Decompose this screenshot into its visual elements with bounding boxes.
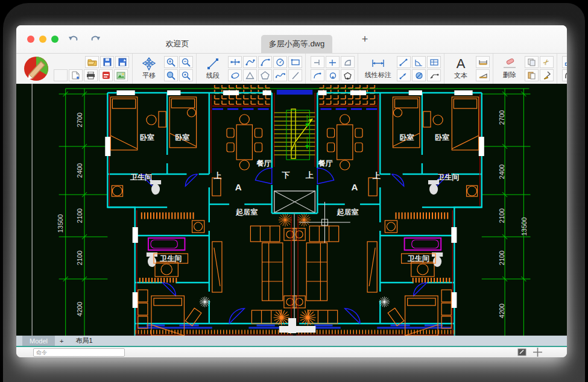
rectangle-button[interactable] [288,56,302,68]
minimize-button[interactable] [39,36,46,43]
multileader-button[interactable] [427,69,441,81]
toolbar-group-modify-small [306,54,358,84]
tab-welcome[interactable]: 欢迎页 [132,35,223,53]
print-button[interactable] [84,69,98,81]
image-icon [116,72,125,80]
label-living: 起居室 [337,208,359,216]
spline-point-button[interactable] [243,56,257,68]
label-section-a: A [351,182,358,192]
svg-text:2100: 2100 [76,251,83,265]
close-button[interactable] [27,36,34,43]
svg-text:2100: 2100 [498,208,505,223]
zoom-in-icon [166,58,175,67]
drawing-canvas[interactable]: 2700 2400 2100 2100 4200 13500 2700 2400… [16,84,567,336]
elevation-mark-button[interactable] [476,56,490,68]
ellipse-button[interactable] [228,69,242,81]
match-properties-button[interactable] [540,69,554,81]
pentagon-icon [261,71,270,80]
fullscreen-toggle-icon[interactable] [517,348,526,356]
maximize-button[interactable] [51,36,58,43]
line-button[interactable]: 线段 [200,55,226,83]
polyline-button[interactable] [228,56,242,68]
undo-button[interactable] [67,33,80,46]
paste-icon [527,71,536,80]
fillet-arc-button[interactable] [311,69,324,81]
app-logo-icon[interactable] [23,55,49,82]
curve-icon [245,58,255,66]
redo-button[interactable] [89,33,102,46]
label-bath: 卫生间 [437,173,459,181]
label-dining: 餐厅 [317,159,332,168]
arc-button[interactable] [258,56,272,68]
tab-drawing-label: 多层小高等.dwg [269,39,324,49]
join-button[interactable] [562,56,567,68]
new-file-icon [72,71,80,80]
text-button[interactable]: A 文本 [447,55,474,83]
save-as-icon [118,58,127,66]
polygon-triangle-button[interactable] [243,69,257,81]
baseline-dimension-button[interactable] [427,56,441,68]
angular-dimension-button[interactable] [412,56,426,68]
aligned-dimension-button[interactable] [397,56,411,68]
add-layout-button[interactable]: + [55,336,68,346]
open-file-button[interactable] [85,56,99,68]
boundary-button[interactable] [341,56,355,68]
copy-button[interactable] [525,56,539,68]
new-tab-button[interactable]: + [358,33,372,46]
baseline-dimension-icon [429,58,439,66]
redo-icon [90,34,101,44]
pan-button[interactable]: 平移 [136,55,162,83]
triangle-icon [245,72,254,80]
donut-button[interactable] [326,69,340,81]
tab-drawing[interactable]: 多层小高等.dwg [261,35,332,53]
toolbar-group-pan: 平移 [133,54,197,84]
save-as-button[interactable] [115,56,129,68]
layout1-tab[interactable]: 布局1 [68,336,100,346]
spline-button[interactable] [273,69,287,81]
linear-dimension-button[interactable]: 线性标注 [361,55,395,83]
model-tab[interactable]: Model [22,336,55,346]
circle-button[interactable] [273,56,287,68]
paste-button[interactable] [525,69,539,81]
diameter-dimension-button[interactable] [412,69,426,81]
blank-button[interactable] [54,69,68,81]
trim-icon [313,58,322,66]
radius-dimension-button[interactable] [397,69,411,81]
polygon-button[interactable] [258,69,272,81]
construction-line-button[interactable] [288,69,302,81]
undo-icon [68,34,79,44]
new-file-button[interactable] [69,69,83,81]
cut-button[interactable]: ✂ [540,56,554,68]
zoom-window-button[interactable] [164,69,178,81]
zoom-previous-button[interactable] [179,69,193,81]
line-label: 线段 [206,71,220,80]
extend-button[interactable] [326,56,340,68]
trim-button[interactable] [311,56,324,68]
save-file-button[interactable] [100,56,114,68]
polygon-edit-button[interactable] [341,69,355,81]
toolbar-group-file [16,54,133,84]
fillet-button[interactable] [562,69,567,81]
zoom-out-icon [182,58,191,67]
toolbar: 平移 线段 [16,54,567,84]
arc-icon [261,58,270,66]
svg-text:2700: 2700 [76,113,83,127]
slope-mark-button[interactable] [476,69,490,81]
toolbar-group-erase: 删除 ✂ [493,54,557,84]
pan-label: 平移 [142,71,156,80]
export-image-button[interactable] [114,69,128,81]
stair-core [272,90,318,333]
toolbar-group-text: A 文本 [444,54,493,84]
label-bedroom: 卧室 [140,133,154,142]
zoom-in-button[interactable] [164,56,178,68]
spline-icon [276,72,285,80]
command-input[interactable] [33,348,125,357]
zoom-out-button[interactable] [179,56,193,68]
svg-text:2100: 2100 [498,251,505,265]
label-down: 下 [282,171,290,180]
export-pdf-button[interactable] [99,69,113,81]
traffic-lights [27,36,58,43]
erase-button[interactable]: 删除 [496,55,523,83]
line-icon [206,57,220,70]
crosshair-toggle-icon[interactable] [533,347,543,357]
